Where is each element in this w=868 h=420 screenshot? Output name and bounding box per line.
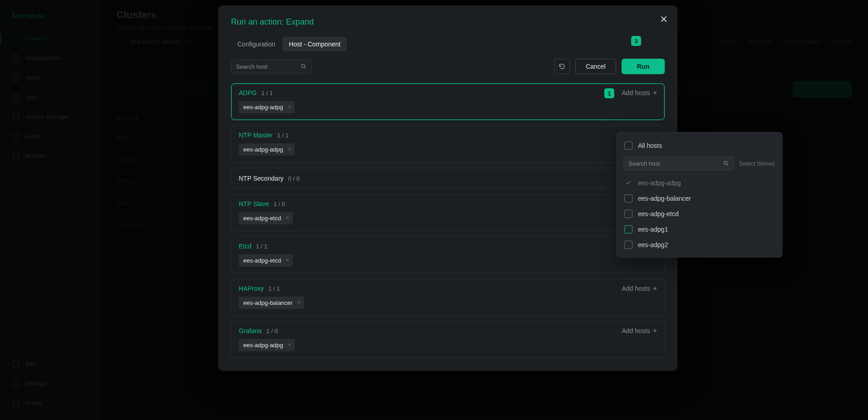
add-hosts-button[interactable]: Add hosts+: [622, 327, 657, 334]
checkbox-icon[interactable]: [624, 225, 632, 233]
component-count: 1 / 1: [277, 132, 288, 139]
host-chip[interactable]: ees-adpg-adpg: [239, 339, 295, 351]
component-name: HAProxy: [239, 285, 264, 292]
search-host-input[interactable]: Search host: [231, 59, 312, 74]
search-icon: [723, 160, 729, 167]
host-chip[interactable]: ees-adpg-etcd: [239, 212, 293, 224]
component-name: ADPG: [239, 89, 257, 96]
run-button[interactable]: Run: [622, 59, 665, 74]
plus-icon: +: [653, 285, 657, 292]
popover-host-label: ees-adpg-etcd: [638, 210, 679, 218]
component-name: NTP Master: [239, 132, 272, 139]
checkbox-icon[interactable]: [624, 142, 632, 150]
plus-icon: +: [653, 327, 657, 334]
component-count: 1 / 0: [266, 328, 278, 334]
host-chip[interactable]: ees-adpg-balancer: [239, 297, 304, 309]
checkbox-icon[interactable]: [624, 210, 632, 218]
popover-host-item[interactable]: ees-adpg2: [622, 237, 777, 253]
check-icon: [624, 179, 632, 187]
popover-host-item[interactable]: ees-adpg-etcd: [622, 206, 777, 222]
popover-host-item[interactable]: ees-adpg1: [622, 222, 777, 237]
component-count: 0 / 0: [288, 175, 300, 182]
refresh-icon: [558, 63, 566, 70]
popover-host-item[interactable]: ees-adpg-adpg: [622, 175, 777, 191]
component-name: Grafana: [239, 327, 262, 334]
step-badge-3: 3: [631, 36, 641, 46]
svg-point-2: [724, 161, 728, 164]
checkbox-icon[interactable]: [624, 194, 632, 202]
svg-point-0: [301, 64, 305, 67]
component-count: 1 / 1: [256, 243, 267, 250]
svg-line-3: [727, 164, 728, 166]
host-chip[interactable]: ees-adpg-adpg: [239, 143, 295, 156]
cancel-button[interactable]: Cancel: [575, 59, 616, 74]
host-chip[interactable]: ees-adpg-adpg: [239, 101, 295, 113]
plus-icon: +: [653, 89, 657, 96]
component-card: NTP Secondary0 / 0Add hosts+: [231, 168, 665, 189]
component-count: 1 / 1: [261, 90, 273, 96]
modal-title: Run an action: Expand: [231, 17, 665, 27]
search-icon: [301, 63, 307, 70]
tab-configuration[interactable]: Configuration: [231, 37, 281, 51]
component-name: NTP Secondary: [239, 175, 284, 182]
host-select-popover: All hosts Search host Select filtered ee…: [617, 132, 783, 258]
component-card: ADPG1 / 1Add hosts+1ees-adpg-adpg: [231, 83, 665, 120]
run-action-modal: Run an action: Expand Configuration Host…: [218, 5, 677, 371]
popover-host-label: ees-adpg-balancer: [638, 195, 691, 202]
close-icon[interactable]: [660, 15, 667, 23]
component-name: Etcd: [239, 243, 251, 250]
select-filtered-button[interactable]: Select filtered: [738, 157, 776, 170]
component-card: Grafana1 / 0Add hosts+ees-adpg-adpg: [231, 321, 665, 358]
add-hosts-button[interactable]: Add hosts+: [622, 89, 657, 96]
all-hosts-row[interactable]: All hosts: [622, 138, 777, 153]
add-hosts-button[interactable]: Add hosts+: [622, 285, 657, 292]
host-chip[interactable]: ees-adpg-etcd: [239, 254, 293, 267]
popover-host-label: ees-adpg2: [638, 241, 668, 248]
tab-host-component[interactable]: Host - Component: [282, 37, 347, 51]
component-count: 1 / 0: [274, 201, 285, 207]
component-card: Etcd1 / 1Add hosts+ees-adpg-etcd: [231, 237, 665, 273]
popover-host-label: ees-adpg1: [638, 226, 668, 233]
component-card: HAProxy1 / 1Add hosts+ees-adpg-balancer: [231, 279, 665, 316]
popover-host-item[interactable]: ees-adpg-balancer: [622, 191, 777, 206]
popover-search-input[interactable]: Search host: [623, 156, 734, 171]
checkbox-icon[interactable]: [624, 241, 632, 249]
component-card: NTP Master1 / 1Add hosts+ees-adpg-adpg: [231, 126, 665, 162]
component-count: 1 / 1: [268, 285, 280, 292]
popover-host-label: ees-adpg-adpg: [638, 179, 681, 187]
step-badge: 1: [604, 88, 614, 98]
svg-line-1: [305, 67, 306, 69]
refresh-button[interactable]: [554, 59, 570, 74]
component-card: NTP Slave1 / 0Add hosts+2ees-adpg-etcd: [231, 194, 665, 231]
search-placeholder: Search host: [236, 63, 301, 70]
component-name: NTP Slave: [239, 200, 269, 207]
